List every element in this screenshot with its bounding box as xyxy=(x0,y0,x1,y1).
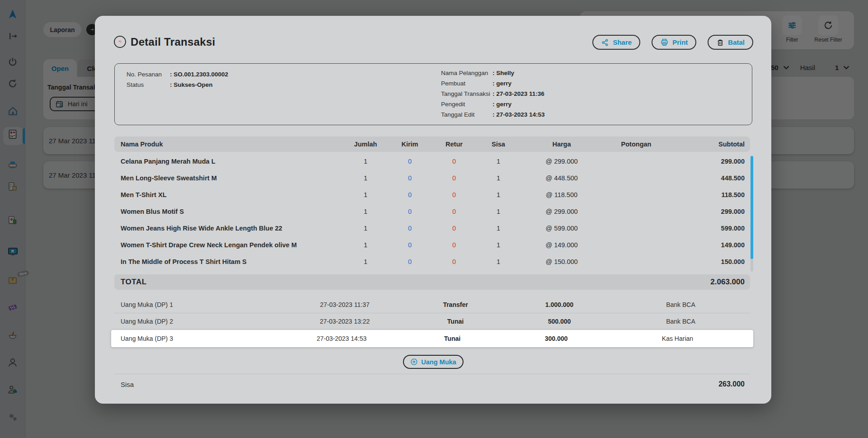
table-row: Women Blus Motif S1001@ 299.000299.000 xyxy=(114,203,750,220)
batal-button[interactable]: Batal xyxy=(708,35,753,50)
info-no-pesanan: No. Pesanan: SO.001.2303.00002 xyxy=(127,71,228,79)
share-button[interactable]: Share xyxy=(592,35,640,50)
total-label: TOTAL xyxy=(114,278,433,287)
batal-label: Batal xyxy=(728,38,745,46)
table-scrollbar[interactable] xyxy=(751,156,753,272)
table-row: Men T-Shirt XL1001@ 118.500118.500 xyxy=(114,186,750,203)
back-button[interactable] xyxy=(114,36,126,48)
table-row: Women Jeans High Rise Wide Ankle Length … xyxy=(114,220,750,236)
order-info-box: No. Pesanan: SO.001.2303.00002 Status: S… xyxy=(114,63,752,125)
sisa-value: 263.000 xyxy=(433,380,751,388)
print-button[interactable]: Print xyxy=(652,35,696,50)
table-row: Men Long-Sleeve Sweatshirt M1001@ 448.50… xyxy=(114,170,750,186)
scrollbar-thumb[interactable] xyxy=(751,156,753,259)
screen: New Laporan Open Close Tanggal Transaksi… xyxy=(0,0,868,438)
info-tanggal-transaksi: Tanggal Transaksi: 27-03-2023 11:36 xyxy=(441,90,544,98)
table-row: Celana Panjang Merah Muda L1001@ 299.000… xyxy=(114,153,750,170)
payment-row[interactable]: Uang Muka (DP) 127-03-2023 11:37Transfer… xyxy=(114,296,750,313)
info-nama-pelanggan: Nama Pelanggan: Shelly xyxy=(441,69,514,77)
divider xyxy=(114,374,750,374)
sisa-label: Sisa xyxy=(114,381,433,388)
info-pembuat: Pembuat: gerry xyxy=(441,80,511,88)
detail-transaksi-modal: Detail Transaksi Share Print Batal No. P… xyxy=(95,16,771,404)
table-row: In The Middle of Process T Shirt Hitam S… xyxy=(114,253,750,270)
table-header: Nama Produk Jumlah Kirim Retur Sisa Harg… xyxy=(114,137,750,152)
info-tanggal-edit: Tanggal Edit: 27-03-2023 14:53 xyxy=(441,111,545,119)
share-icon xyxy=(601,38,609,47)
share-label: Share xyxy=(613,38,632,46)
add-uang-muka-label: Uang Muka xyxy=(421,358,456,366)
plus-circle-icon xyxy=(410,358,418,366)
total-row: TOTAL 2.063.000 xyxy=(114,274,750,290)
total-value: 2.063.000 xyxy=(433,278,751,287)
payment-row[interactable]: Uang Muka (DP) 227-03-2023 13:22Tunai500… xyxy=(114,313,750,330)
trash-icon xyxy=(716,38,724,47)
add-uang-muka-button[interactable]: Uang Muka xyxy=(403,355,463,369)
payment-row[interactable]: Uang Muka (DP) 327-03-2023 14:53Tunai300… xyxy=(111,330,753,347)
print-label: Print xyxy=(672,38,688,46)
info-pengedit: Pengedit: gerry xyxy=(441,100,511,108)
print-icon xyxy=(660,38,669,47)
table-row: Women T-Shirt Drape Crew Neck Lengan Pen… xyxy=(114,236,750,253)
undo-arrow-icon xyxy=(117,38,122,45)
modal-actions: Share Print Batal xyxy=(592,35,753,50)
sisa-row: Sisa 263.000 xyxy=(114,377,750,391)
modal-title: Detail Transaksi xyxy=(131,36,216,48)
info-status: Status: Sukses-Open xyxy=(127,81,213,89)
